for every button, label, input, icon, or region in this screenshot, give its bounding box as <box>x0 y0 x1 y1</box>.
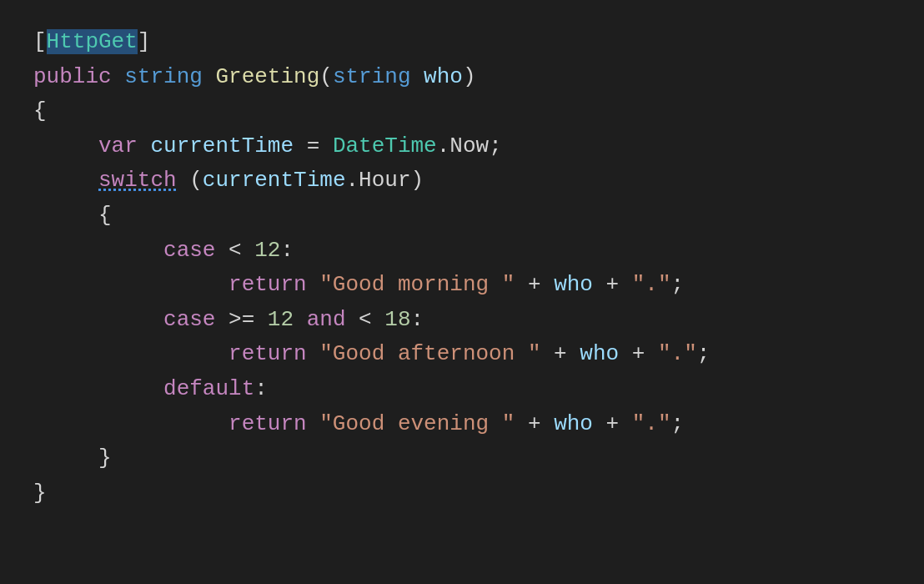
code-token: string <box>333 64 424 89</box>
code-line-line7: case < 12: <box>33 234 891 269</box>
code-line-line12: return "Good evening " + who + "."; <box>33 407 891 442</box>
code-line-line14: } <box>33 476 891 511</box>
code-line-line13: } <box>33 441 891 476</box>
code-token <box>33 168 98 193</box>
code-token: currentTime <box>203 168 346 193</box>
code-token: who <box>580 341 619 366</box>
code-token: = <box>294 133 333 159</box>
code-token <box>33 376 163 401</box>
code-token: + <box>515 272 554 297</box>
code-token: : <box>254 376 268 401</box>
code-token <box>33 411 228 436</box>
code-token: "." <box>658 341 697 366</box>
code-token: "." <box>632 411 671 436</box>
code-token: ) <box>463 64 476 89</box>
code-token: ] <box>138 29 151 54</box>
code-line-line9: case >= 12 and < 18: <box>33 303 891 338</box>
code-token <box>33 307 163 332</box>
code-token: .Hour) <box>346 168 424 193</box>
code-token: "Good evening " <box>319 411 515 436</box>
code-line-line6: { <box>33 199 891 234</box>
code-token: { <box>98 203 112 228</box>
code-token: 12 <box>254 238 280 263</box>
code-token: } <box>33 481 47 506</box>
code-token: Greeting <box>215 64 319 89</box>
code-line-line5: switch (currentTime.Hour) <box>33 164 891 199</box>
code-token: case <box>163 238 228 263</box>
code-line-line4: var currentTime = DateTime.Now; <box>33 129 891 164</box>
code-token: switch <box>98 168 177 193</box>
code-token: [ <box>33 29 47 54</box>
code-token: ( <box>177 168 203 193</box>
code-token: : <box>411 307 424 332</box>
code-token: + <box>619 341 658 366</box>
code-token: return <box>228 341 319 366</box>
code-line-line10: return "Good afternoon " + who + "."; <box>33 337 891 372</box>
code-token: ( <box>319 64 333 89</box>
code-token: { <box>33 98 47 123</box>
code-token: who <box>554 272 593 297</box>
code-line-line11: default: <box>33 372 891 407</box>
code-line-line1: [HttpGet] <box>33 25 891 60</box>
code-token: currentTime <box>150 133 294 159</box>
code-token <box>33 238 163 263</box>
code-token: return <box>228 411 319 436</box>
code-token: 18 <box>384 307 410 332</box>
code-token: .Now; <box>437 133 502 159</box>
code-token: string <box>124 64 215 89</box>
code-token: "Good morning " <box>319 272 515 297</box>
code-token <box>33 272 228 297</box>
code-line-line3: { <box>33 94 891 129</box>
code-line-line2: public string Greeting(string who) <box>33 60 891 95</box>
code-token: and <box>307 307 359 332</box>
code-token: who <box>554 411 593 436</box>
code-token <box>33 203 98 228</box>
code-token: 12 <box>268 307 307 332</box>
code-token: who <box>424 64 463 89</box>
code-token: var <box>98 133 150 159</box>
code-token: < <box>359 307 384 332</box>
code-token: + <box>515 411 554 436</box>
code-token: + <box>593 411 632 436</box>
code-line-line8: return "Good morning " + who + "."; <box>33 268 891 303</box>
code-token <box>33 133 98 159</box>
code-token: >= <box>228 307 268 332</box>
code-token: case <box>163 307 228 332</box>
code-token: default <box>163 376 254 401</box>
code-token: DateTime <box>333 133 437 159</box>
code-token: } <box>98 446 112 471</box>
code-token: < <box>228 238 254 263</box>
code-token: ; <box>697 341 711 366</box>
code-token: "." <box>632 272 671 297</box>
code-token: ; <box>671 411 685 436</box>
code-token: + <box>541 341 580 366</box>
code-token: + <box>593 272 632 297</box>
code-token: ; <box>671 272 685 297</box>
code-token: : <box>280 238 294 263</box>
code-token: "Good afternoon " <box>319 341 540 366</box>
code-token: HttpGet <box>47 29 138 54</box>
code-token <box>33 341 228 366</box>
code-token: return <box>228 272 319 297</box>
code-token: public <box>33 64 124 89</box>
code-token <box>33 446 98 471</box>
code-editor: [HttpGet]public string Greeting(string w… <box>0 0 924 584</box>
